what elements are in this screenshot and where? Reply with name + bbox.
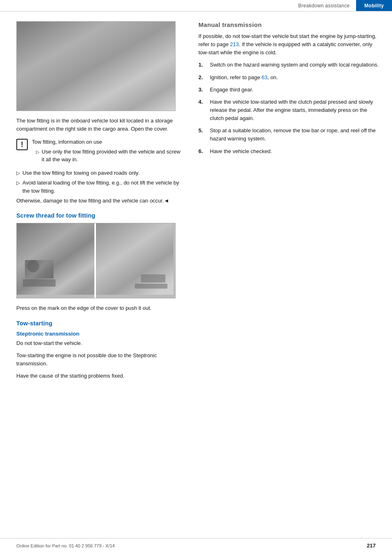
page-number: 217 bbox=[367, 543, 376, 549]
screw-thread-heading: Screw thread for tow fitting bbox=[16, 212, 182, 219]
warning-box: ! Tow fitting, information on use ▷ Use … bbox=[16, 138, 182, 165]
step-1-num: 1. bbox=[198, 61, 206, 69]
step-5-text: Stop at a suitable location, remove the … bbox=[210, 127, 380, 143]
arrow-text-1: Use the tow fitting for towing on paved … bbox=[22, 169, 140, 177]
warning-icon: ! bbox=[16, 139, 28, 150]
link-page-213[interactable]: 213 bbox=[230, 41, 239, 47]
step-3: 3. Engage third gear. bbox=[198, 86, 380, 94]
arrow-text-2: Avoid lateral loading of the tow fitting… bbox=[22, 179, 182, 195]
screw-image-inner bbox=[17, 223, 175, 298]
header-breakdown-label: Breakdown assistance bbox=[292, 3, 356, 9]
car-front-image bbox=[17, 223, 94, 295]
arrow-icon-2: ▷ bbox=[16, 179, 20, 195]
arrow-icon-1: ▷ bbox=[16, 169, 20, 177]
arrow-item-1: ▷ Use the tow fitting for towing on pave… bbox=[16, 169, 182, 177]
step-3-text: Engage third gear. bbox=[210, 86, 380, 94]
step-4-text: Have the vehicle tow-started with the cl… bbox=[210, 98, 380, 122]
step-2: 2. Ignition, refer to page 63, on. bbox=[198, 73, 380, 82]
car-side-image bbox=[96, 223, 174, 295]
page-footer: Online Edition for Part no. 01 40 2 956 … bbox=[0, 538, 392, 549]
step-1-text: Switch on the hazard warning system and … bbox=[210, 61, 380, 69]
step-4-num: 4. bbox=[198, 98, 206, 122]
step-1: 1. Switch on the hazard warning system a… bbox=[198, 61, 380, 69]
numbered-steps: 1. Switch on the hazard warning system a… bbox=[198, 61, 380, 155]
footer-text: Online Edition for Part no. 01 40 2 956 … bbox=[16, 543, 115, 548]
warning-content: Tow fitting, information on use ▷ Use on… bbox=[32, 138, 182, 165]
step-5-num: 5. bbox=[198, 127, 206, 143]
warning-bullet-1: ▷ Use only the tow fitting provided with… bbox=[36, 148, 182, 164]
step-6-num: 6. bbox=[198, 147, 206, 156]
top-image-caption: The tow fitting is in the onboard vehicl… bbox=[16, 117, 182, 133]
step-6-text: Have the vehicle checked. bbox=[210, 147, 380, 156]
step-3-num: 3. bbox=[198, 86, 206, 94]
warning-title: Tow fitting, information on use bbox=[32, 138, 182, 146]
tow-starting-heading: Tow-starting bbox=[16, 320, 182, 327]
arrow-item-2: ▷ Avoid lateral loading of the tow fitti… bbox=[16, 179, 182, 195]
step-6: 6. Have the vehicle checked. bbox=[198, 147, 380, 156]
steptronic-para1: Do not tow-start the vehicle. bbox=[16, 339, 182, 347]
storage-compartment-image bbox=[16, 21, 176, 111]
warning-footer-text: Otherwise, damage to the tow fitting and… bbox=[16, 197, 182, 205]
page-content: The tow fitting is in the onboard vehicl… bbox=[0, 11, 392, 384]
screw-thread-image bbox=[16, 223, 176, 298]
manual-transmission-heading: Manual transmission bbox=[198, 21, 380, 28]
left-column: The tow fitting is in the onboard vehicl… bbox=[0, 21, 192, 384]
steptronic-para3: Have the cause of the starting problems … bbox=[16, 372, 182, 380]
step-4: 4. Have the vehicle tow-started with the… bbox=[198, 98, 380, 122]
page-header: Breakdown assistance Mobility bbox=[0, 0, 392, 11]
right-column: Manual transmission If possible, do not … bbox=[192, 21, 392, 384]
step-2-text: Ignition, refer to page 63, on. bbox=[210, 73, 380, 82]
header-mobility-label: Mobility bbox=[356, 0, 392, 11]
manual-intro-text: If possible, do not tow-start the vehicl… bbox=[198, 32, 380, 57]
bullet-arrow-icon: ▷ bbox=[36, 149, 39, 164]
screw-image-caption: Press on the mark on the edge of the cov… bbox=[16, 304, 182, 312]
link-page-63[interactable]: 63 bbox=[261, 74, 267, 80]
steptronic-para2: Tow-starting the engine is not possible … bbox=[16, 351, 182, 368]
step-2-num: 2. bbox=[198, 73, 206, 82]
steptronic-heading: Steptronic transmission bbox=[16, 331, 182, 337]
step-5: 5. Stop at a suitable location, remove t… bbox=[198, 127, 380, 143]
